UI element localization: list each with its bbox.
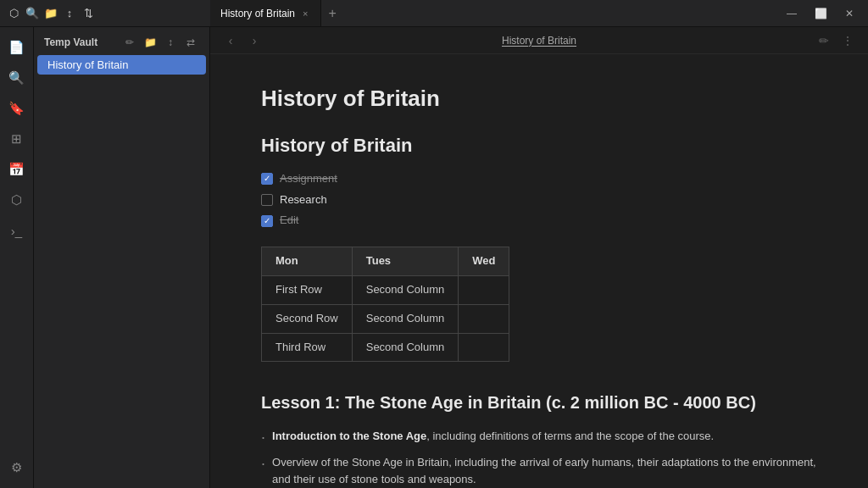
data-table: Mon Tues Wed First Row Second Column Sec…	[261, 247, 509, 362]
table-cell: Second Column	[352, 304, 459, 333]
content-wrapper: ‹ › History of Britain ✏ ⋮ History of Br…	[210, 27, 868, 488]
nav-bar: ‹ › History of Britain ✏ ⋮	[210, 27, 868, 54]
nav-right: ✏ ⋮	[814, 30, 858, 51]
table-header-mon: Mon	[262, 247, 353, 276]
tab-history-of-britain[interactable]: History of Britain ×	[210, 0, 321, 26]
checkbox-item-edit[interactable]: Edit	[261, 212, 817, 230]
calendar-icon[interactable]: 📅	[3, 156, 31, 183]
table-row: First Row Second Column	[262, 275, 509, 304]
search-icon[interactable]: 🔍	[25, 7, 39, 20]
table-cell: Second Column	[352, 333, 459, 362]
back-button[interactable]: ‹	[220, 30, 241, 51]
edit-button[interactable]: ✏	[814, 30, 834, 51]
sidebar-actions: ✏ 📁 ↕ ⇄	[121, 34, 199, 51]
vault-name: Temp Vault	[44, 36, 97, 48]
list-item-text: Introduction to the Stone Age, including…	[272, 428, 714, 445]
minimize-button[interactable]: —	[780, 2, 804, 25]
checkbox-list: Assignment Research Edit	[261, 170, 817, 230]
settings-icon[interactable]: ⚙	[3, 454, 31, 481]
table-cell: Second Column	[352, 275, 459, 304]
tags-icon[interactable]: ⊞	[3, 125, 31, 152]
bookmark-icon[interactable]: 🔖	[3, 95, 31, 122]
nav-title: History of Britain	[268, 35, 810, 47]
search-sidebar-icon[interactable]: 🔍	[3, 64, 31, 92]
list-item-text: Overview of the Stone Age in Britain, in…	[272, 454, 817, 487]
collapse-button[interactable]: ⇄	[182, 34, 199, 51]
terminal-icon[interactable]: ›_	[3, 217, 31, 244]
tab-title: History of Britain	[220, 8, 295, 19]
tab-bar: History of Britain × +	[210, 0, 773, 26]
checkbox-assignment[interactable]	[261, 173, 273, 185]
table-cell: Second Row	[262, 304, 353, 333]
checkbox-item-assignment[interactable]: Assignment	[261, 170, 817, 188]
table-row: Third Row Second Column	[262, 333, 509, 362]
app-icon: ⬡	[7, 7, 20, 20]
tab-close-button[interactable]: ×	[300, 7, 310, 20]
table-header-row: Mon Tues Wed	[262, 247, 509, 276]
graph-icon[interactable]: ↕	[63, 7, 76, 20]
table-header-wed: Wed	[459, 247, 509, 276]
checkbox-edit[interactable]	[261, 215, 273, 227]
main-layout: 📄 🔍 🔖 ⊞ 📅 ⬡ ›_ ⚙ Temp Vault ✏ 📁 ↕ ⇄ Hist…	[0, 27, 868, 488]
titlebar: ⬡ 🔍 📁 ↕ ⇅ History of Britain × + — ⬜ ✕	[0, 0, 868, 27]
folder-icon[interactable]: 📁	[44, 7, 58, 20]
graph-nav-icon[interactable]: ⬡	[3, 186, 31, 214]
sub-heading: History of Britain	[261, 130, 817, 160]
lesson-title: Lesson 1: The Stone Age in Britain (c. 2…	[261, 389, 817, 416]
content-area: History of Britain History of Britain As…	[210, 54, 868, 488]
file-sidebar: Temp Vault ✏ 📁 ↕ ⇄ History of Britain	[34, 27, 210, 488]
files-icon[interactable]: 📄	[3, 34, 31, 61]
close-button[interactable]: ✕	[837, 2, 861, 25]
table-cell: Third Row	[262, 333, 353, 362]
table-cell	[459, 275, 509, 304]
titlebar-right: — ⬜ ✕	[773, 2, 868, 25]
new-note-button[interactable]: ✏	[121, 34, 138, 51]
checkbox-label-edit: Edit	[280, 212, 298, 230]
sort-icon[interactable]: ⇅	[81, 7, 95, 20]
list-item: Overview of the Stone Age in Britain, in…	[261, 454, 817, 487]
file-item-history[interactable]: History of Britain	[37, 55, 206, 75]
sidebar-header: Temp Vault ✏ 📁 ↕ ⇄	[34, 27, 209, 54]
titlebar-left: ⬡ 🔍 📁 ↕ ⇅	[0, 7, 210, 20]
checkbox-label-assignment: Assignment	[280, 170, 337, 188]
more-button[interactable]: ⋮	[837, 30, 858, 51]
table-cell	[459, 333, 509, 362]
sort-files-button[interactable]: ↕	[162, 34, 179, 51]
checkbox-item-research[interactable]: Research	[261, 191, 817, 209]
table-header-tues: Tues	[352, 247, 459, 276]
main-heading: History of Britain	[261, 81, 817, 117]
forward-button[interactable]: ›	[244, 30, 264, 51]
table-row: Second Row Second Column	[262, 304, 509, 333]
checkbox-research[interactable]	[261, 194, 273, 206]
new-folder-button[interactable]: 📁	[142, 34, 159, 51]
checkbox-label-research: Research	[280, 191, 327, 209]
new-tab-button[interactable]: +	[321, 0, 342, 26]
list-item: Introduction to the Stone Age, including…	[261, 428, 817, 449]
list-item-bold: Introduction to the Stone Age	[272, 430, 426, 442]
lesson-bullet-list: Introduction to the Stone Age, including…	[261, 428, 817, 488]
sidebar-icon-panel: 📄 🔍 🔖 ⊞ 📅 ⬡ ›_ ⚙	[0, 27, 34, 488]
table-cell	[459, 304, 509, 333]
maximize-button[interactable]: ⬜	[809, 2, 832, 25]
table-cell: First Row	[262, 275, 353, 304]
file-item-label: History of Britain	[47, 58, 128, 71]
